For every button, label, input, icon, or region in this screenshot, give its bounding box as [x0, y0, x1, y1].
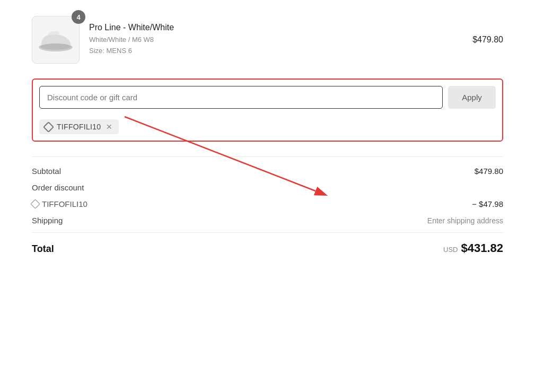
subtotal-label: Subtotal [32, 167, 61, 176]
subtotal-value: $479.80 [475, 167, 503, 176]
coupon-tag: TIFFOFILI10 ✕ [39, 119, 119, 134]
product-name: Pro Line - White/White [89, 23, 472, 32]
product-price: $479.80 [472, 35, 503, 45]
total-row: Total USD $431.82 [32, 232, 503, 255]
total-currency: USD [443, 246, 458, 254]
shoe-image-icon [37, 26, 75, 54]
product-variant: White/White / M6 W8 Size: MENS 6 [89, 34, 472, 57]
product-info: Pro Line - White/White White/White / M6 … [80, 23, 472, 57]
order-discount-label: Order discount [32, 183, 84, 192]
coupon-discount-value: − $47.98 [472, 199, 503, 208]
svg-point-1 [40, 43, 71, 50]
product-image: 4 [32, 16, 80, 64]
tag-icon [43, 121, 54, 132]
tag-icon-small [30, 199, 40, 208]
coupon-tag-wrapper: TIFFOFILI10 ✕ [39, 114, 496, 134]
total-value-wrapper: USD $431.82 [443, 241, 503, 255]
subtotal-row: Subtotal $479.80 [32, 167, 503, 176]
apply-button[interactable]: Apply [448, 86, 496, 109]
coupon-remove-button[interactable]: ✕ [105, 123, 113, 130]
coupon-tag-label: TIFFOFILI10 [57, 123, 101, 131]
shipping-label: Shipping [32, 216, 63, 225]
coupon-summary-label: TIFFOFILI10 [32, 199, 87, 208]
discount-input-row: Apply [39, 86, 496, 109]
order-discount-row: Order discount [32, 183, 503, 192]
product-row: 4 Pro Line - White/White White/White / M… [32, 16, 503, 64]
coupon-summary-row: TIFFOFILI10 − $47.98 [32, 199, 503, 208]
shipping-value: Enter shipping address [427, 216, 503, 225]
order-summary: Subtotal $479.80 Order discount TIFFOFIL… [32, 156, 503, 255]
total-value: $431.82 [461, 241, 503, 255]
product-quantity-badge: 4 [72, 10, 85, 24]
discount-section: Apply TIFFOFILI10 ✕ [32, 79, 503, 142]
discount-code-input[interactable] [39, 86, 443, 109]
total-label: Total [32, 243, 54, 255]
shipping-row: Shipping Enter shipping address [32, 216, 503, 225]
